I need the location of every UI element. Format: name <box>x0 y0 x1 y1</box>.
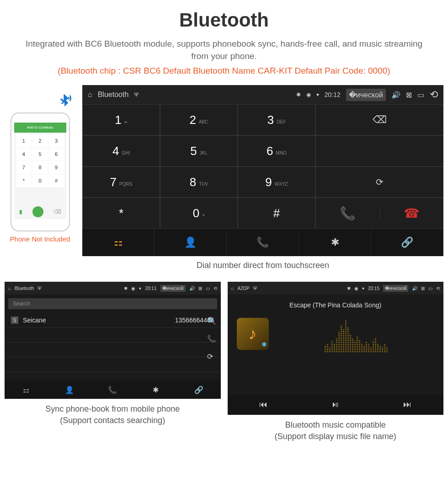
back-icon[interactable]: ⟲ <box>430 89 438 101</box>
close-icon[interactable]: ⊠ <box>406 91 412 99</box>
contact-row[interactable]: S Seicane 13566664466 <box>5 313 221 328</box>
camera-icon[interactable]: �ической <box>383 285 408 292</box>
nav-keypad[interactable]: ⚏ <box>5 381 48 399</box>
phone-hangup-icon: ☎ <box>404 206 420 221</box>
recent-icon[interactable]: ▭ <box>428 286 432 291</box>
back-icon[interactable]: ⟲ <box>213 286 217 291</box>
nav-recent[interactable]: 📞 <box>91 381 134 399</box>
status-bar: ⌂ A2DP Ψ ✱ ◉ ▾ 20:15 �ической 🔊 ⊠ ▭ ⟲ <box>228 282 444 295</box>
key-1[interactable]: 1∞ <box>82 104 160 135</box>
location-icon: ◉ <box>131 286 135 291</box>
home-icon[interactable]: ⌂ <box>8 286 11 291</box>
nav-contacts[interactable]: 👤 <box>155 229 227 256</box>
grid-icon: ⚏ <box>114 236 123 248</box>
key-#[interactable]: # <box>238 198 315 229</box>
nav-contacts[interactable]: 👤 <box>48 381 91 399</box>
bluetooth-icon: ✱ <box>296 91 301 98</box>
equalizer-visual <box>278 316 435 352</box>
nav-pair[interactable]: 🔗 <box>177 381 221 399</box>
clock: 20:15 <box>368 286 379 291</box>
prev-icon: ⏮ <box>259 400 267 409</box>
recent-icon[interactable]: ▭ <box>417 91 424 99</box>
refresh-icon: ⟳ <box>376 177 384 188</box>
key-*[interactable]: * <box>82 198 160 229</box>
search-icon[interactable]: 🔍 <box>207 317 216 325</box>
camera-icon[interactable]: �ической <box>346 89 386 101</box>
next-button[interactable]: ⏭ <box>372 394 444 415</box>
phone-call-icon <box>32 206 43 217</box>
recent-icon[interactable]: ▭ <box>206 286 210 291</box>
volume-icon[interactable]: 🔊 <box>391 91 400 99</box>
refresh-icon[interactable]: ⟳ <box>207 352 216 361</box>
location-icon: ◉ <box>306 91 311 98</box>
bluetooth-icon: ✱ <box>347 286 351 291</box>
contact-badge: S <box>11 317 18 324</box>
contact-name: Seicane <box>23 317 175 324</box>
close-icon[interactable]: ⊠ <box>198 286 202 291</box>
key-0[interactable]: 0+ <box>160 198 238 229</box>
wifi-icon: ▾ <box>316 91 319 98</box>
wifi-icon: ▾ <box>362 286 364 291</box>
status-bar: ⌂ Bluetooth Ψ ✱ ◉ ▾ 20:11 �ической 🔊 ⊠ ▭… <box>5 282 221 295</box>
key-9[interactable]: 9WXYZ <box>238 166 315 198</box>
home-icon[interactable]: ⌂ <box>231 286 234 291</box>
clock: 20:12 <box>325 91 341 98</box>
dialer-screen: ⌂ Bluetooth Ψ ✱ ◉ ▾ 20:12 �ической 🔊 ⊠ ▭… <box>82 85 443 256</box>
nav-bluetooth[interactable]: ✱ <box>299 229 371 256</box>
prev-button[interactable]: ⏮ <box>228 394 300 415</box>
backspace-button[interactable]: ⌫ <box>315 104 443 135</box>
search-input[interactable]: Search <box>8 298 217 309</box>
backspace-icon: ⌫ <box>373 114 387 126</box>
page-subtitle: Integrated with BC6 Bluetooth module, su… <box>5 38 443 62</box>
music-screen: ⌂ A2DP Ψ ✱ ◉ ▾ 20:15 �ической 🔊 ⊠ ▭ ⟲ <box>228 282 444 415</box>
bluetooth-signal-icon <box>55 93 74 115</box>
call-button[interactable]: 📞 <box>316 206 379 221</box>
usb-icon: Ψ <box>134 91 139 98</box>
key-4[interactable]: 4GHI <box>82 135 160 166</box>
home-icon[interactable]: ⌂ <box>88 91 92 99</box>
hangup-button[interactable]: ☎ <box>379 206 443 221</box>
key-3[interactable]: 3DEF <box>238 104 315 135</box>
play-pause-icon: ⏯ <box>331 400 340 409</box>
camera-icon[interactable]: �ической <box>160 285 186 292</box>
bluetooth-icon: ✱ <box>124 286 128 291</box>
refresh-button[interactable]: ⟳ <box>315 166 443 198</box>
app-title: Bluetooth <box>98 91 129 99</box>
app-title: A2DP <box>238 286 250 291</box>
nav-keypad[interactable]: ⚏ <box>82 229 155 256</box>
clock: 20:11 <box>145 286 156 291</box>
key-2[interactable]: 2ABC <box>160 104 238 135</box>
song-title: Escape (The Pina Colada Song) <box>289 301 381 309</box>
empty-key <box>315 135 443 166</box>
page-specs: (Bluetooth chip : CSR BC6 Default Blueto… <box>5 66 443 76</box>
nav-pair[interactable]: 🔗 <box>371 229 443 256</box>
music-note-icon: ♪✱ <box>237 318 269 350</box>
usb-icon: Ψ <box>253 286 257 291</box>
volume-icon[interactable]: 🔊 <box>412 286 417 291</box>
usb-icon: Ψ <box>37 286 41 291</box>
key-8[interactable]: 8TUV <box>160 166 238 198</box>
status-bar: ⌂ Bluetooth Ψ ✱ ◉ ▾ 20:12 �ической 🔊 ⊠ ▭… <box>82 85 443 104</box>
app-title: Bluetooth <box>15 286 34 291</box>
dialer-caption: Dial number direct from touchscreen <box>82 261 443 270</box>
next-icon: ⏭ <box>403 400 411 409</box>
key-7[interactable]: 7PQRS <box>82 166 160 198</box>
phone-caption: Phone Not Included <box>5 235 75 243</box>
close-icon[interactable]: ⊠ <box>421 286 425 291</box>
bluetooth-icon: ✱ <box>331 236 339 248</box>
music-caption: Bluetooth music compatible (Support disp… <box>228 419 444 442</box>
phonebook-screen: ⌂ Bluetooth Ψ ✱ ◉ ▾ 20:11 �ической 🔊 ⊠ ▭… <box>5 282 221 399</box>
wifi-icon: ▾ <box>139 286 141 291</box>
back-icon[interactable]: ⟲ <box>436 286 440 291</box>
location-icon: ◉ <box>354 286 358 291</box>
play-pause-button[interactable]: ⏯ <box>299 394 372 415</box>
volume-icon[interactable]: 🔊 <box>189 286 195 291</box>
phone-mockup: Add to Contacts 123 456 789 *0# ▮ ⌫ <box>11 113 70 231</box>
nav-recent[interactable]: 📞 <box>227 229 299 256</box>
key-5[interactable]: 5JKL <box>160 135 238 166</box>
key-6[interactable]: 6MNO <box>238 135 315 166</box>
nav-bluetooth[interactable]: ✱ <box>134 381 178 399</box>
phone-icon: 📞 <box>256 236 269 248</box>
phone-icon[interactable]: 📞 <box>207 334 216 343</box>
phone-call-icon: 📞 <box>340 206 356 221</box>
